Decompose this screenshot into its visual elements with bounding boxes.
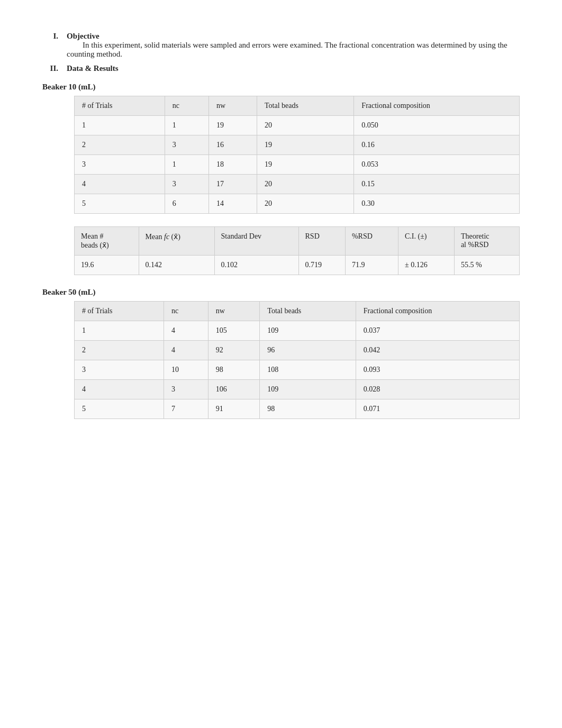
- b50-col-nc: nc: [164, 302, 208, 321]
- stats-row: 19.60.1420.1020.71971.9± 0.12655.5 %: [75, 256, 520, 275]
- table-row: 431061090.028: [75, 380, 520, 399]
- col-nc: nc: [165, 96, 209, 116]
- section-title-i: Objective: [67, 32, 99, 40]
- beaker50-header-row: # of Trials nc nw Total beads Fractional…: [75, 302, 520, 321]
- b50-col-total-beads: Total beads: [260, 302, 356, 321]
- stats-col-mean-beads: Mean #beads (x̄): [75, 227, 139, 256]
- stats-col-rsd: RSD: [298, 227, 345, 256]
- section-num-i: I.: [42, 32, 58, 61]
- section-body-ii: Data & Results: [67, 64, 520, 73]
- beaker10-stats-header-row: Mean #beads (x̄) Mean fc (x̄) Standard D…: [75, 227, 520, 256]
- beaker10-main-table: # of Trials nc nw Total beads Fractional…: [74, 96, 520, 214]
- table-row: 5614200.30: [75, 194, 520, 214]
- table-row: 4317200.15: [75, 175, 520, 194]
- col-fractional-comp: Fractional composition: [354, 96, 520, 116]
- table-row: 5791980.071: [75, 399, 520, 419]
- table-row: 2492960.042: [75, 341, 520, 360]
- b50-col-fractional-comp: Fractional composition: [356, 302, 519, 321]
- beaker50-main-table: # of Trials nc nw Total beads Fractional…: [74, 301, 520, 419]
- col-trials: # of Trials: [75, 96, 165, 116]
- section-text-i: In this experiment, solid materials were…: [67, 41, 520, 59]
- table-row: 1119200.050: [75, 116, 520, 135]
- stats-col-ci: C.I. (±): [398, 227, 454, 256]
- stats-col-mean-fc: Mean fc (x̄): [139, 227, 214, 256]
- table-row: 141051090.037: [75, 321, 520, 341]
- table-row: 310981080.093: [75, 360, 520, 380]
- section-data-results: II. Data & Results: [42, 64, 520, 73]
- b50-col-trials: # of Trials: [75, 302, 164, 321]
- col-nw: nw: [209, 96, 257, 116]
- beaker50-label: Beaker 50 (mL): [42, 288, 520, 297]
- col-total-beads: Total beads: [257, 96, 354, 116]
- b50-col-nw: nw: [208, 302, 260, 321]
- beaker10-stats-table: Mean #beads (x̄) Mean fc (x̄) Standard D…: [74, 226, 520, 275]
- section-body-i: Objective In this experiment, solid mate…: [67, 32, 520, 61]
- beaker10-stats-table-wrapper: Mean #beads (x̄) Mean fc (x̄) Standard D…: [74, 226, 520, 275]
- beaker10-header-row: # of Trials nc nw Total beads Fractional…: [75, 96, 520, 116]
- section-objective: I. Objective In this experiment, solid m…: [42, 32, 520, 61]
- stats-col-theoretical: Theoretical %RSD: [454, 227, 519, 256]
- beaker10-label: Beaker 10 (mL): [42, 83, 520, 92]
- section-title-ii: Data & Results: [67, 64, 119, 72]
- beaker10-main-table-wrapper: # of Trials nc nw Total beads Fractional…: [74, 96, 520, 214]
- beaker50-main-table-wrapper: # of Trials nc nw Total beads Fractional…: [74, 301, 520, 419]
- table-row: 2316190.16: [75, 135, 520, 155]
- stats-col-stddev: Standard Dev: [214, 227, 298, 256]
- stats-col-pct-rsd: %RSD: [345, 227, 398, 256]
- table-row: 3118190.053: [75, 155, 520, 175]
- section-num-ii: II.: [42, 64, 58, 73]
